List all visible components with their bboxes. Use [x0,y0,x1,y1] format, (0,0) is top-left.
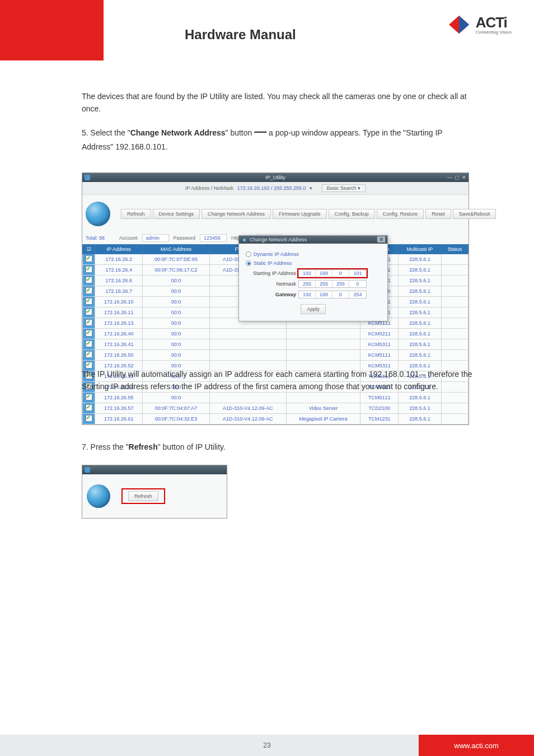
cell-model [286,339,360,350]
save-reboot-button[interactable]: Save&Reboot [453,209,496,219]
row-checkbox[interactable] [83,414,95,424]
paragraph-explain: The IP Utility will automatically assign… [82,368,474,393]
cell-fw [209,329,286,339]
maximize-icon[interactable]: ▢ [455,175,460,180]
table-row[interactable]: 172.16.26.6100:0F:7C:04:32:E3A1D-310-V4.… [83,414,469,424]
row-checkbox[interactable] [83,307,95,318]
col-check[interactable]: ☑ [83,245,95,254]
col-mac: MAC Address [143,245,209,254]
dialog-close-icon[interactable]: ⊠ [377,236,385,242]
cell-status [442,276,469,286]
cell-multicast: 228.5.6.1 [399,350,442,361]
reset-button[interactable]: Reset [425,209,451,219]
cell-multicast: 228.5.6.1 [399,403,442,414]
account-input[interactable]: admin [142,234,169,242]
cell-status [442,297,469,307]
filter-value: 172.16.26.192 / 255.255.255.0 [237,185,306,191]
cell-model: Video Server [286,403,360,414]
row-checkbox[interactable] [83,276,95,286]
toolbar: Refresh Device Settings Change Network A… [82,195,469,232]
cell-ip: 172.16.26.11 [95,307,143,318]
row-checkbox[interactable] [83,393,95,403]
static-ip-radio[interactable]: Static IP Address [246,260,381,266]
small-screenshot: Refresh [82,465,227,519]
table-row[interactable]: 172.16.26.5700:0F:7C:04:87:A7A1D-310-V4.… [83,403,469,414]
dialog-titlebar: ◆ Change Network Address ⊠ [239,236,387,244]
row-checkbox[interactable] [83,286,95,297]
cell-multicast: 228.5.6.1 [399,393,442,403]
cell-mac: 00:0 [143,350,209,361]
minimize-icon[interactable]: — [447,175,452,180]
table-row[interactable]: 172.16.26.4100:0KCM5311228.5.6.1 [83,339,469,350]
cell-model [286,329,360,339]
close-icon[interactable]: ✕ [462,175,466,180]
row-checkbox[interactable] [83,318,95,329]
cell-mac: 00:0 [143,307,209,318]
dynamic-ip-radio[interactable]: Dynamic IP Address [246,251,381,257]
device-settings-button[interactable]: Device Settings [153,209,200,219]
cell-serial: TCM5111 [360,393,399,403]
table-row[interactable]: 172.16.26.5000:0KCM5111228.5.6.1 [83,350,469,361]
step5-bold: Change Network Address [130,128,226,137]
table-row[interactable]: 172.16.26.4000:0KCM5211228.5.6.1 [83,329,469,339]
cell-mac: 00:0 [143,318,209,329]
table-row[interactable]: 172.16.26.5500:0TCM5111228.5.6.1 [83,393,469,403]
row-checkbox[interactable] [83,329,95,339]
config-backup-button[interactable]: Config. Backup [329,209,375,219]
cell-serial: KCM5311 [360,339,399,350]
cell-mac: 00:0 [143,276,209,286]
row-checkbox[interactable] [83,254,95,265]
cell-mac: 00:0 [143,393,209,403]
row-checkbox[interactable] [83,403,95,414]
row-checkbox[interactable] [83,297,95,307]
cell-multicast: 228.5.6.1 [399,318,442,329]
refresh-button[interactable]: Refresh [121,209,151,219]
brand-name: ACTi [476,14,512,31]
basic-search-dropdown[interactable]: Basic Search ▾ [322,184,366,192]
cell-mac: 00:0F:7C:06:17:C2 [143,265,209,276]
cell-status [442,414,469,424]
cell-ip: 172.16.26.61 [95,414,143,424]
cell-status [442,393,469,403]
cell-ip: 172.16.26.2 [95,254,143,265]
cell-serial: KCM5111 [360,350,399,361]
cell-multicast: 228.5.6.1 [399,254,442,265]
col-status: Status [442,245,469,254]
firmware-upgrade-button[interactable]: Firmware Upgrade [273,209,327,219]
step-5: 5. Select the "Change Network Address" b… [82,122,474,153]
starting-ip-input[interactable]: 1921680101 [298,269,367,277]
row-checkbox[interactable] [83,339,95,350]
change-network-button[interactable]: Change Network Address [202,209,271,219]
cell-multicast: 228.5.6.1 [399,414,442,424]
account-label: Account [119,235,138,241]
small-titlebar [82,465,227,474]
document-title: Hardware Manual [185,27,296,43]
cell-ip: 172.16.26.40 [95,329,143,339]
apply-button[interactable]: Apply [301,304,326,314]
cell-ip: 172.16.26.13 [95,318,143,329]
radio-selected-icon [246,260,251,266]
cell-model [286,393,360,403]
globe-icon [87,484,110,508]
page-number: 23 [263,741,270,749]
gateway-input[interactable]: 1921680254 [298,291,367,298]
netmask-input[interactable]: 2552552550 [298,280,367,288]
cell-ip: 172.16.26.4 [95,265,143,276]
total-count: Total: 56 [86,235,105,241]
refresh-button-small[interactable]: Refresh [128,491,158,501]
row-checkbox[interactable] [83,265,95,276]
password-input[interactable]: 123456 [200,234,227,242]
gateway-label: Gateway [246,292,296,297]
filter-label: IP Address / NetMask [185,185,233,191]
starting-ip-label: Starting IP Address [246,270,296,276]
dash-icon: — [254,124,266,138]
cell-mac: 00:0 [143,339,209,350]
brand-logo: ACTi Connecting Vision [446,14,512,35]
chevron-down-icon[interactable]: ▾ [310,185,312,191]
config-restore-button[interactable]: Config. Restore [377,209,424,219]
cell-multicast: 228.5.6.1 [399,329,442,339]
row-checkbox[interactable] [83,350,95,361]
cell-fw: A1D-310-V4.12.09-AC [209,414,286,424]
radio-icon [246,251,251,257]
cell-serial: TCD2100 [360,403,399,414]
